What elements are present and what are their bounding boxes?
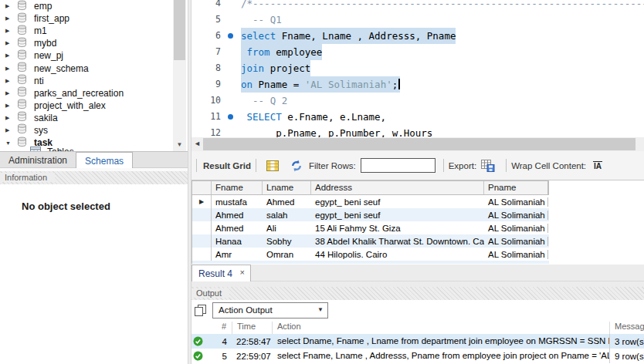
schema-tree-item[interactable]: ▶ first_app [0,12,173,25]
column-header-fname[interactable]: Fname [212,181,263,194]
database-icon [17,0,30,13]
schema-tree-item[interactable]: ▶ sys [0,124,173,136]
table-row[interactable]: ▶ mustafa Ahmed egypt_ beni seuf AL Soli… [192,195,549,208]
no-object-selected-text: No object selected [22,201,110,212]
database-icon [17,99,30,112]
table-row[interactable]: Hanaa Sobhy 38 Abdel Khalik Tharwat St. … [192,234,549,248]
cell-address[interactable]: 44 Hilopolis. Cairo [311,250,484,259]
cell-pname[interactable]: AL Solimaniah [484,237,548,246]
output-row-num: 5 [204,352,232,361]
cell-fname[interactable]: mustafa [212,197,263,207]
expander-icon[interactable]: ▼ [5,140,17,146]
cell-address[interactable]: 15 Ali Fahmy St. Giza [311,224,484,233]
expander-icon[interactable]: ▶ [5,28,17,34]
schema-tree-item[interactable]: ▶ sakila [0,112,173,124]
cell-fname[interactable]: Hanaa [212,237,263,246]
row-marker [192,208,212,221]
cell-lname[interactable]: Ahmed [263,197,311,207]
cell-address[interactable]: egypt_ beni seuf [311,197,484,207]
result-tab-strip: Result 4 × [192,265,644,281]
cell-fname[interactable]: Amr [212,250,263,259]
line-number: 5 [192,12,221,28]
tree-scrollbar[interactable]: ▼ [173,0,186,151]
code-line-text[interactable]: -- Q1 [241,12,282,28]
expander-icon[interactable]: ▶ [5,15,17,22]
schema-tree-item[interactable]: ▶ new_schema [0,62,173,74]
output-row[interactable]: 5 22:59:07 select Fname, Lname , Address… [192,349,644,363]
cell-address[interactable]: egypt_ beni seuf [311,211,484,220]
schema-tree-item[interactable]: ▶ nti [0,75,173,87]
tab-administration[interactable]: Administration [0,152,76,168]
database-icon [17,123,30,136]
schema-tree-item[interactable]: ▶ mybd [0,37,173,49]
tree-scrollbar-thumb[interactable] [174,0,185,60]
tab-schemas[interactable]: Schemas [76,152,133,168]
scroll-left-button[interactable]: ◄ [192,137,203,151]
close-icon[interactable]: × [240,268,245,277]
schema-tree-item[interactable]: ▶ new_pj [0,49,173,62]
cell-fname[interactable]: Ahmed [212,224,263,233]
filter-rows-input[interactable] [361,158,436,173]
cell-address[interactable]: 38 Abdel Khalik Tharwat St. Downtown. Ca… [311,237,484,246]
editor-horizontal-scrollbar[interactable]: ◄ [192,137,644,151]
cell-pname[interactable]: AL Solimaniah [484,224,548,233]
output-splitter[interactable] [192,281,644,287]
column-header-lname[interactable]: Lname [263,181,311,194]
editor-scrollbar-thumb[interactable] [203,138,636,150]
wrap-cell-content-icon[interactable]: IA [593,161,602,170]
expander-icon[interactable]: ▶ [5,103,17,109]
output-row-num: 4 [204,337,232,346]
expander-icon[interactable]: ▶ [5,3,17,9]
cell-pname[interactable]: AL Solimaniah [484,197,548,207]
code-line: 8join project [192,60,644,76]
export-icon[interactable] [481,160,495,172]
cell-lname[interactable]: Ali [263,224,311,233]
output-row-message: 9 row(s) [610,352,644,361]
code-line-text[interactable]: on Pname = 'AL Solimaniah'; [241,76,400,93]
expander-icon[interactable]: ▶ [5,52,17,59]
expander-icon[interactable]: ▶ [5,66,17,72]
cell-lname[interactable]: salah [263,211,311,220]
code-line-text[interactable]: SELECT e.Fname, e.Lname, [241,109,386,125]
code-line-text[interactable]: from employee [241,44,322,60]
output-row[interactable]: 4 22:58:47 select Dname, Fname , Lname f… [192,334,644,349]
column-header-pname[interactable]: Pname [484,181,548,194]
scroll-down-button[interactable]: ▼ [173,140,186,151]
table-row[interactable]: Ahmed Ali 15 Ali Fahmy St. Giza AL Solim… [192,221,549,234]
code-line-text[interactable]: p.Pname, p.Pnumber, w.Hours [241,125,432,137]
cell-lname[interactable]: Sobhy [263,237,311,246]
row-marker [192,221,212,234]
gutter-space [221,44,241,60]
cell-lname[interactable]: Omran [263,250,311,259]
schema-tree: ▶ emp ▶ [0,0,173,151]
table-row[interactable]: Ahmed salah egypt_ beni seuf AL Solimani… [192,208,549,221]
code-line-text[interactable]: join project [241,60,310,76]
refresh-icon[interactable] [290,160,303,172]
schema-tree-item[interactable]: ▶ parks_and_recreation [0,87,173,99]
code-line-text[interactable]: /*--------------------------------------… [241,0,644,12]
column-header-address[interactable]: Addresss [311,181,484,194]
expander-icon[interactable]: ▶ [5,127,17,133]
sql-editor[interactable]: 4/*-------------------------------------… [192,0,644,137]
table-row[interactable]: Amr Omran 44 Hilopolis. Cairo AL Soliman… [192,248,549,261]
code-line-text[interactable]: -- Q 2 [241,93,287,109]
output-table: # Time Action Message 4 22:58:47 select … [192,322,644,363]
grid-options-icon[interactable] [266,160,279,171]
expander-icon[interactable]: ▶ [5,40,17,46]
action-output-select[interactable]: Action Output ▼ [212,302,328,318]
tab-result-4[interactable]: Result 4 × [192,265,251,281]
cell-pname[interactable]: AL Solimaniah [484,250,548,259]
cell-fname[interactable]: Ahmed [212,211,263,220]
code-line-text[interactable]: select Fname, Lname , Addresss, Pname [241,28,456,44]
expander-icon[interactable]: ▶ [5,78,17,84]
cell-pname[interactable]: AL Solimaniah [484,211,548,220]
schema-tree-item[interactable]: ▶ emp [0,0,173,12]
schema-name: m1 [34,25,47,37]
row-marker-header [192,181,212,194]
schema-tree-item[interactable]: ▶ m1 [0,25,173,37]
schema-tree-item[interactable]: ▶ project_with_alex [0,99,173,112]
expander-icon[interactable]: ▶ [5,115,17,121]
expander-icon[interactable]: ▶ [5,90,17,96]
output-table-header: # Time Action Message [192,322,644,334]
code-line: 9on Pname = 'AL Solimaniah'; [192,76,644,93]
